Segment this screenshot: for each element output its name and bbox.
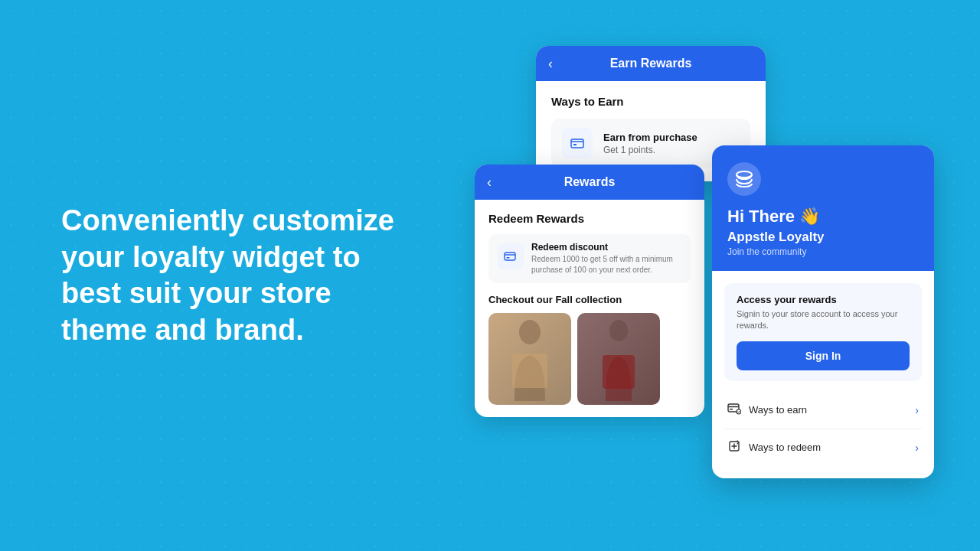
collection-title: Checkout our Fall collection xyxy=(488,294,691,305)
rewards-card: ‹ Rewards Redeem Rewards Redeem discount… xyxy=(475,165,704,417)
ways-to-redeem-chevron: › xyxy=(915,442,919,454)
access-title: Access your rewards xyxy=(737,294,910,305)
ways-to-redeem-nav[interactable]: Ways to redeem › xyxy=(724,429,922,466)
rewards-body: Redeem Rewards Redeem discount Redeem 10… xyxy=(475,200,704,417)
svg-rect-2 xyxy=(505,253,515,260)
svg-point-8 xyxy=(737,171,752,178)
widget-app-name: Appstle Loyalty xyxy=(727,230,919,245)
rewards-title: Rewards xyxy=(564,175,616,189)
svg-point-4 xyxy=(519,320,541,344)
ways-to-earn-nav[interactable]: Ways to earn › xyxy=(724,392,922,429)
ways-to-earn-icon xyxy=(727,402,741,419)
svg-rect-5 xyxy=(512,354,547,388)
redeem-text: Redeem discount Redeem 1000 to get 5 off… xyxy=(531,242,681,276)
earn-item-subtitle: Get 1 points. xyxy=(603,145,697,155)
earn-rewards-title: Earn Rewards xyxy=(610,57,692,70)
hero-heading: Conveniently customize your loyalty widg… xyxy=(61,203,421,348)
svg-rect-7 xyxy=(603,355,635,389)
access-box: Access your rewards Signin to your store… xyxy=(724,283,922,381)
redeem-item: Redeem discount Redeem 1000 to get 5 off… xyxy=(488,234,691,283)
widget-header: Hi There 👋 Appstle Loyalty Join the comm… xyxy=(712,145,934,271)
sign-in-button[interactable]: Sign In xyxy=(737,341,910,370)
svg-rect-3 xyxy=(507,257,510,259)
earn-item-title: Earn from purchase xyxy=(603,132,697,143)
svg-rect-1 xyxy=(573,144,577,145)
svg-rect-10 xyxy=(730,409,733,410)
widget-greeting: Hi There 👋 xyxy=(727,207,919,227)
access-desc: Signin to your store account to access y… xyxy=(737,308,910,332)
ways-to-redeem-icon xyxy=(727,439,741,456)
widget-card: Hi There 👋 Appstle Loyalty Join the comm… xyxy=(712,145,934,478)
widget-tagline: Join the community xyxy=(727,246,919,257)
redeem-rewards-title: Redeem Rewards xyxy=(488,212,691,225)
widget-logo xyxy=(727,162,761,196)
svg-rect-0 xyxy=(571,139,583,148)
ways-to-earn-label: Ways to earn xyxy=(749,404,807,416)
cards-container: ‹ Earn Rewards Ways to Earn Earn from pu… xyxy=(475,46,934,505)
ways-to-earn-nav-left: Ways to earn xyxy=(727,402,807,419)
hero-text: Conveniently customize your loyalty widg… xyxy=(61,203,421,348)
collection-image-2 xyxy=(577,313,660,405)
rewards-header: ‹ Rewards xyxy=(475,165,704,200)
earn-item-text: Earn from purchase Get 1 points. xyxy=(603,132,697,155)
redeem-name: Redeem discount xyxy=(531,242,681,253)
earn-rewards-back-arrow[interactable]: ‹ xyxy=(548,56,553,72)
collection-images xyxy=(488,313,691,405)
ways-to-redeem-nav-left: Ways to redeem xyxy=(727,439,821,456)
ways-to-earn-chevron: › xyxy=(915,404,919,416)
widget-body: Access your rewards Signin to your store… xyxy=(712,271,934,478)
redeem-desc: Redeem 1000 to get 5 off with a minimum … xyxy=(531,254,681,276)
svg-point-6 xyxy=(609,320,628,341)
rewards-back-arrow[interactable]: ‹ xyxy=(487,174,492,191)
collection-image-1 xyxy=(488,313,571,405)
ways-to-earn-title: Ways to Earn xyxy=(551,95,750,108)
redeem-icon xyxy=(498,243,524,269)
earn-item-icon xyxy=(562,128,593,158)
earn-rewards-header: ‹ Earn Rewards xyxy=(536,46,766,81)
person-silhouette-1 xyxy=(488,313,571,405)
person-silhouette-2 xyxy=(577,313,660,405)
ways-to-redeem-label: Ways to redeem xyxy=(749,442,821,453)
svg-point-11 xyxy=(737,409,741,414)
